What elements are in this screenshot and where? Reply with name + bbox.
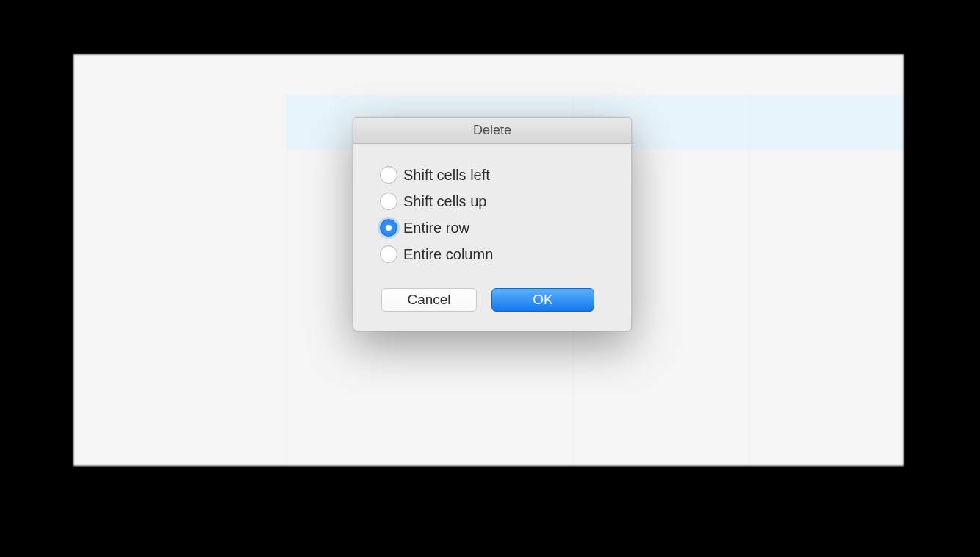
- ok-button[interactable]: OK: [491, 288, 594, 312]
- radio-icon: [380, 166, 397, 184]
- cancel-button[interactable]: Cancel: [381, 288, 477, 312]
- dialog-titlebar: Delete: [353, 118, 631, 144]
- dialog-button-row: Cancel OK: [380, 288, 605, 312]
- delete-options-group: Shift cells left Shift cells up Entire r…: [380, 166, 605, 263]
- option-entire-column[interactable]: Entire column: [380, 245, 605, 263]
- radio-label: Shift cells up: [403, 193, 486, 210]
- dialog-title: Delete: [473, 123, 511, 138]
- radio-label: Entire column: [403, 246, 493, 263]
- radio-icon: [380, 193, 397, 210]
- radio-label: Entire row: [403, 220, 469, 237]
- radio-label: Shift cells left: [403, 167, 490, 184]
- delete-dialog: Delete Shift cells left Shift cells up E…: [353, 117, 632, 331]
- radio-icon-selected: [380, 219, 397, 237]
- option-entire-row[interactable]: Entire row: [380, 219, 605, 237]
- dialog-body: Shift cells left Shift cells up Entire r…: [353, 144, 631, 331]
- radio-icon: [380, 245, 397, 263]
- modal-overlay: Delete Shift cells left Shift cells up E…: [0, 0, 980, 557]
- option-shift-cells-left[interactable]: Shift cells left: [380, 166, 605, 184]
- option-shift-cells-up[interactable]: Shift cells up: [380, 193, 605, 210]
